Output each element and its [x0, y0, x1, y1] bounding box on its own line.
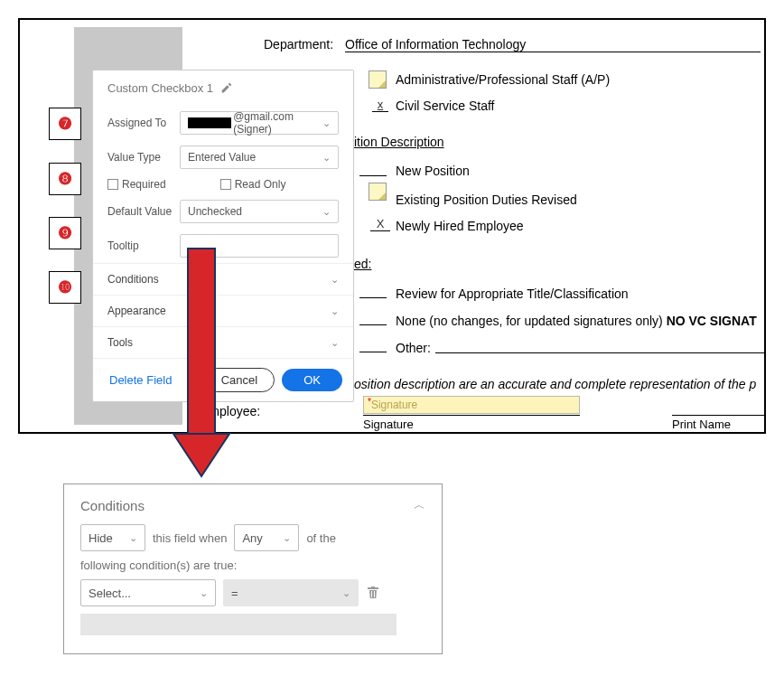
conditions-panel: Conditions ︿ Hide⌄ this field when Any⌄ … — [63, 484, 443, 654]
default-value-row: Default Value Unchecked⌄ — [93, 194, 353, 229]
readonly-checkbox[interactable]: Read Only — [220, 178, 286, 191]
conditions-title-row[interactable]: Conditions ︿ — [80, 497, 425, 513]
chevron-down-icon: ⌄ — [331, 337, 339, 349]
default-value-label: Default Value — [107, 205, 180, 218]
trash-icon[interactable] — [366, 586, 380, 600]
required-readonly-row: Required Read Only — [93, 174, 353, 194]
assigned-to-label: Assigned To — [107, 117, 180, 129]
value-type-dropdown[interactable]: Entered Value⌄ — [180, 146, 339, 169]
chevron-down-icon: ⌄ — [342, 587, 350, 599]
callout-badge-9: ❾ — [49, 217, 81, 249]
signature-underline — [363, 415, 580, 416]
position-description-heading: ition Description — [354, 135, 444, 149]
default-value-dropdown[interactable]: Unchecked⌄ — [180, 200, 339, 223]
chevron-down-icon: ⌄ — [129, 532, 137, 544]
staff-ap-label: Administrative/Professional Staff (A/P) — [396, 72, 610, 87]
chevron-down-icon: ⌄ — [322, 206, 331, 218]
condition-text-2: of the — [306, 531, 336, 545]
newly-hired-checkbox[interactable]: X — [370, 217, 390, 231]
arrow-icon — [163, 239, 244, 493]
none-label: None (no changes, for updated signatures… — [396, 314, 757, 328]
condition-subline: following condition(s) are true: — [80, 559, 425, 572]
pencil-icon[interactable] — [220, 82, 232, 94]
any-all-dropdown[interactable]: Any⌄ — [234, 524, 299, 551]
value-type-label: Value Type — [107, 151, 180, 164]
department-underline — [345, 52, 761, 52]
sticky-note-icon — [369, 183, 387, 201]
condition-value-input[interactable] — [80, 614, 397, 635]
ed-heading-suffix: ed: — [354, 257, 371, 271]
certification-text-fragment: osition description are an accurate and … — [354, 377, 756, 391]
assigned-to-dropdown[interactable]: @gmail.com (Signer)⌄ — [180, 111, 339, 135]
sticky-note-icon — [369, 70, 387, 89]
chevron-up-icon: ︿ — [414, 497, 425, 513]
popup-title-row: Custom Checkbox 1 — [93, 70, 353, 106]
staff-civil-label: Civil Service Staff — [396, 99, 494, 113]
chevron-down-icon: ⌄ — [322, 117, 331, 129]
department-label: Department: — [264, 37, 333, 52]
condition-sentence-row: Hide⌄ this field when Any⌄ of the — [80, 524, 425, 551]
review-checkbox[interactable] — [359, 297, 387, 298]
condition-text-1: this field when — [153, 531, 227, 545]
other-checkbox[interactable] — [359, 352, 387, 352]
callout-badge-10: ❿ — [49, 271, 81, 304]
printname-underline — [672, 415, 766, 416]
condition-rule-row: Select...⌄ =⌄ — [80, 579, 425, 606]
condition-field-dropdown[interactable]: Select...⌄ — [80, 579, 216, 606]
required-checkbox[interactable]: Required — [107, 178, 166, 191]
redacted-email-prefix — [188, 117, 231, 128]
ok-button[interactable]: OK — [282, 369, 342, 391]
new-position-checkbox[interactable] — [359, 175, 387, 176]
other-underline — [435, 352, 766, 353]
none-checkbox[interactable] — [359, 324, 387, 325]
callout-badge-7: ❼ — [49, 108, 81, 140]
chevron-down-icon: ⌄ — [283, 532, 291, 544]
chevron-down-icon: ⌄ — [331, 274, 339, 286]
department-value: Office of Information Technology — [345, 37, 526, 52]
top-frame: Department: Office of Information Techno… — [18, 18, 766, 434]
chevron-down-icon: ⌄ — [331, 305, 339, 317]
hide-show-dropdown[interactable]: Hide⌄ — [80, 524, 145, 551]
staff-civil-checkbox[interactable]: x — [372, 98, 388, 112]
assigned-to-row: Assigned To @gmail.com (Signer)⌄ — [93, 106, 353, 140]
print-name-caption: Print Name — [672, 418, 731, 431]
conditions-title: Conditions — [80, 498, 145, 513]
review-label: Review for Appropriate Title/Classificat… — [396, 286, 629, 301]
new-position-label: New Position — [396, 164, 470, 178]
existing-position-label: Existing Position Duties Revised — [396, 192, 577, 207]
signature-field[interactable]: *Signature — [363, 396, 580, 414]
value-type-row: Value Type Entered Value⌄ — [93, 140, 353, 174]
newly-hired-label: Newly Hired Employee — [396, 219, 524, 233]
condition-operator-dropdown[interactable]: =⌄ — [223, 579, 359, 606]
popup-title: Custom Checkbox 1 — [107, 81, 213, 95]
chevron-down-icon: ⌄ — [322, 152, 331, 164]
chevron-down-icon: ⌄ — [200, 587, 208, 599]
svg-rect-0 — [188, 249, 215, 434]
svg-marker-1 — [173, 434, 229, 476]
signature-caption: Signature — [363, 418, 414, 431]
callout-badge-8: ❽ — [49, 163, 81, 195]
other-label: Other: — [396, 341, 431, 355]
